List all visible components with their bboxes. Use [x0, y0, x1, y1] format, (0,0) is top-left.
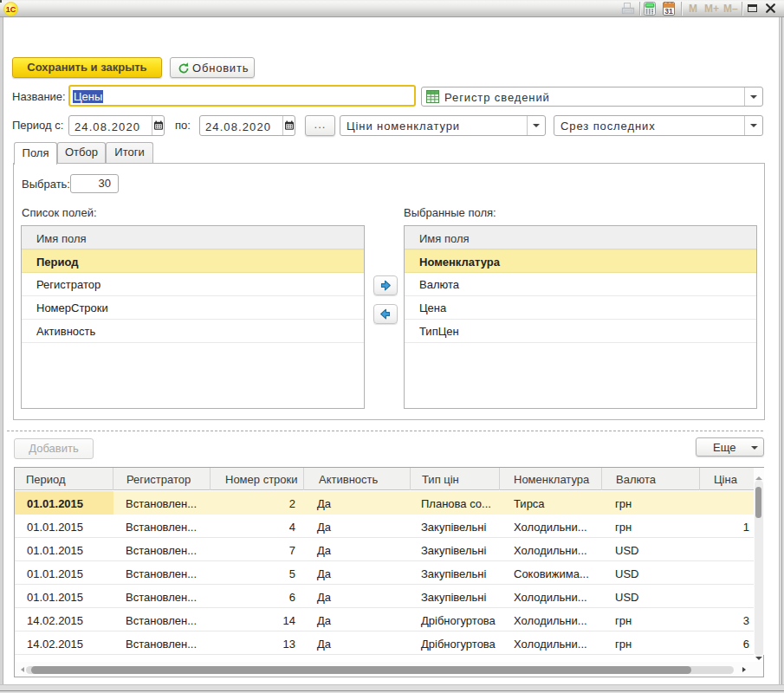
- svg-text:31: 31: [664, 7, 673, 16]
